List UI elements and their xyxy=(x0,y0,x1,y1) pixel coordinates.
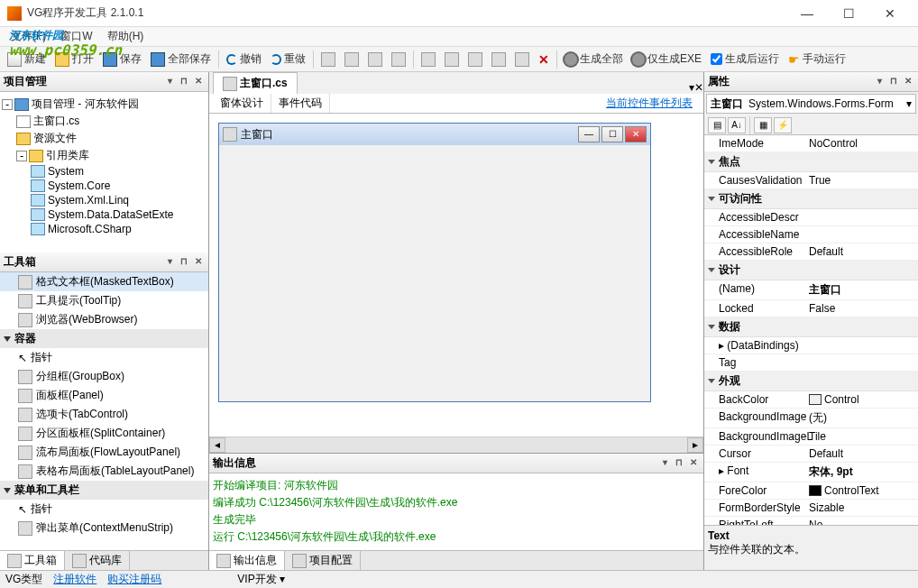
prop-row[interactable]: BackgroundImageLTile xyxy=(704,428,918,446)
redo-button[interactable]: 重做 xyxy=(267,49,309,70)
scroll-left-icon[interactable]: ◂ xyxy=(209,437,225,453)
designer-surface[interactable]: 主窗口 — ☐ ✕ xyxy=(209,114,703,436)
panel-dropdown-icon[interactable]: ▾ xyxy=(873,76,886,88)
prop-row[interactable]: BackgroundImage(无) xyxy=(704,409,918,428)
panel-close-icon[interactable]: ✕ xyxy=(687,457,700,470)
prop-object-selector[interactable]: 主窗口 System.Windows.Forms.Form ▾ xyxy=(706,94,916,114)
buildall-button[interactable]: 生成全部 xyxy=(561,49,627,70)
buildexe-button[interactable]: 仅生成EXE xyxy=(629,49,705,70)
save-button[interactable]: 保存 xyxy=(99,49,145,70)
property-grid[interactable]: ImeModeNoControl焦点CausesValidationTrue可访… xyxy=(704,135,918,525)
prop-events-button[interactable]: ⚡ xyxy=(774,117,792,133)
new-button[interactable]: 新建 xyxy=(4,49,50,70)
toolbox-item-panel[interactable]: 面板框(Panel) xyxy=(0,386,208,405)
toolbox-item-webbrowser[interactable]: 浏览器(WebBrowser) xyxy=(0,310,208,329)
align-btn-1[interactable] xyxy=(317,49,339,70)
prop-categorized-button[interactable]: ▤ xyxy=(708,117,726,133)
runafter-button[interactable]: 生成后运行 xyxy=(707,49,783,70)
toolbox-item-groupbox[interactable]: 分组框(GroupBox) xyxy=(0,367,208,386)
panel-close-icon[interactable]: ✕ xyxy=(902,76,914,88)
prop-row[interactable]: CausesValidationTrue xyxy=(704,172,918,189)
toolbox-item-maskedtextbox[interactable]: 格式文本框(MaskedTextBox) xyxy=(0,272,208,291)
open-button[interactable]: 打开 xyxy=(51,49,97,70)
delete-button[interactable]: ✕ xyxy=(535,49,553,70)
status-register-link[interactable]: 注册软件 xyxy=(53,572,96,587)
prop-row[interactable]: AccessibleDescr xyxy=(704,209,918,226)
toolbox-category-container[interactable]: 容器 xyxy=(0,329,208,348)
close-button[interactable]: ✕ xyxy=(869,0,911,27)
saveall-button[interactable]: 全部保存 xyxy=(147,49,215,70)
prop-row[interactable]: (Name)主窗口 xyxy=(704,280,918,300)
undo-button[interactable]: 撤销 xyxy=(223,49,265,70)
toolbox-item-contextmenu[interactable]: 弹出菜单(ContextMenuStrip) xyxy=(0,519,208,537)
panel-close-icon[interactable]: ✕ xyxy=(192,256,205,269)
scroll-right-icon[interactable]: ▸ xyxy=(687,437,703,453)
tree-ref-item[interactable]: System xyxy=(2,164,207,179)
status-buycode-link[interactable]: 购买注册码 xyxy=(107,572,161,587)
menu-help[interactable]: 帮助(H) xyxy=(100,27,151,46)
panel-pin-icon[interactable]: ⊓ xyxy=(178,76,190,88)
h-scrollbar[interactable]: ◂ ▸ xyxy=(209,436,703,453)
minimize-button[interactable]: — xyxy=(786,0,828,27)
menu-window[interactable]: 窗口W xyxy=(53,27,99,46)
align-btn-3[interactable] xyxy=(364,49,386,70)
tree-root[interactable]: -项目管理 - 河东软件园 xyxy=(2,96,207,113)
toolbox-item-flowlayout[interactable]: 流布局面板(FlowLayoutPanel) xyxy=(0,443,208,462)
tree-ref-item[interactable]: Microsoft.CSharp xyxy=(2,222,207,236)
tree-ref-item[interactable]: System.Data.DataSetExte xyxy=(2,207,207,222)
toolbox-category-menu[interactable]: 菜单和工具栏 xyxy=(0,481,208,500)
prop-row[interactable]: AccessibleRoleDefault xyxy=(704,243,918,261)
toolbox-item-splitcontainer[interactable]: 分区面板框(SplitContainer) xyxy=(0,424,208,443)
prop-row[interactable]: ForeColorControlText xyxy=(704,482,918,500)
toolbox-item-pointer2[interactable]: ↖指针 xyxy=(0,500,208,519)
prop-row[interactable]: Tag xyxy=(704,354,918,372)
tree-resources[interactable]: 资源文件 xyxy=(2,130,207,147)
prop-row[interactable]: AccessibleName xyxy=(704,226,918,243)
tab-output[interactable]: 输出信息 xyxy=(209,551,285,570)
tab-config[interactable]: 项目配置 xyxy=(285,551,361,570)
maximize-button[interactable]: ☐ xyxy=(828,0,869,27)
event-list-link[interactable]: 当前控件事件列表 xyxy=(606,96,700,111)
menu-file[interactable]: 文件(F) xyxy=(4,27,53,46)
prop-alpha-button[interactable]: A↓ xyxy=(728,117,746,133)
prop-row[interactable]: RightToLeftNo xyxy=(704,517,918,525)
align-btn-2[interactable] xyxy=(341,49,363,70)
prop-row[interactable]: ▸ (DataBindings) xyxy=(704,337,918,354)
align-btn-5[interactable] xyxy=(418,49,439,70)
runafter-checkbox[interactable] xyxy=(711,53,722,65)
align-btn-8[interactable] xyxy=(488,49,509,70)
tree-ref-item[interactable]: System.Xml.Linq xyxy=(2,193,207,207)
tab-toolbox[interactable]: 工具箱 xyxy=(0,551,65,570)
prop-category[interactable]: 焦点 xyxy=(704,152,918,172)
tab-codelib[interactable]: 代码库 xyxy=(65,551,130,570)
toolbox-item-tablelayout[interactable]: 表格布局面板(TableLayoutPanel) xyxy=(0,462,208,481)
prop-row[interactable]: ImeModeNoControl xyxy=(704,135,918,152)
tree-ref-item[interactable]: System.Core xyxy=(2,179,207,193)
prop-row[interactable]: ▸ Font宋体, 9pt xyxy=(704,463,918,482)
prop-category[interactable]: 外观 xyxy=(704,372,918,391)
align-btn-6[interactable] xyxy=(441,49,463,70)
subtab-code[interactable]: 事件代码 xyxy=(271,94,330,113)
subtab-design[interactable]: 窗体设计 xyxy=(213,94,271,113)
align-btn-7[interactable] xyxy=(464,49,486,70)
doc-close-icon[interactable]: ✕ xyxy=(694,81,703,94)
prop-category[interactable]: 可访问性 xyxy=(704,189,918,209)
panel-pin-icon[interactable]: ⊓ xyxy=(673,457,685,470)
panel-pin-icon[interactable]: ⊓ xyxy=(178,256,190,269)
manualrun-button[interactable]: ☛手动运行 xyxy=(785,49,849,70)
toolbox-item-pointer[interactable]: ↖指针 xyxy=(0,348,208,367)
align-btn-4[interactable] xyxy=(388,49,409,70)
panel-dropdown-icon[interactable]: ▾ xyxy=(163,256,176,269)
prop-row[interactable]: CursorDefault xyxy=(704,446,918,463)
toolbox-item-tooltip[interactable]: 工具提示(ToolTip) xyxy=(0,291,208,310)
panel-dropdown-icon[interactable]: ▾ xyxy=(163,76,176,88)
align-btn-9[interactable] xyxy=(511,49,533,70)
panel-dropdown-icon[interactable]: ▾ xyxy=(658,457,671,470)
prop-row[interactable]: FormBorderStyleSizable xyxy=(704,500,918,517)
prop-row[interactable]: BackColorControl xyxy=(704,391,918,409)
form-preview[interactable]: 主窗口 — ☐ ✕ xyxy=(218,123,651,402)
panel-close-icon[interactable]: ✕ xyxy=(192,76,205,88)
status-vipdev[interactable]: VIP开发 ▾ xyxy=(237,572,285,587)
toolbox-item-tabcontrol[interactable]: 选项卡(TabControl) xyxy=(0,405,208,424)
doc-tab-mainform[interactable]: 主窗口.cs xyxy=(213,72,298,94)
